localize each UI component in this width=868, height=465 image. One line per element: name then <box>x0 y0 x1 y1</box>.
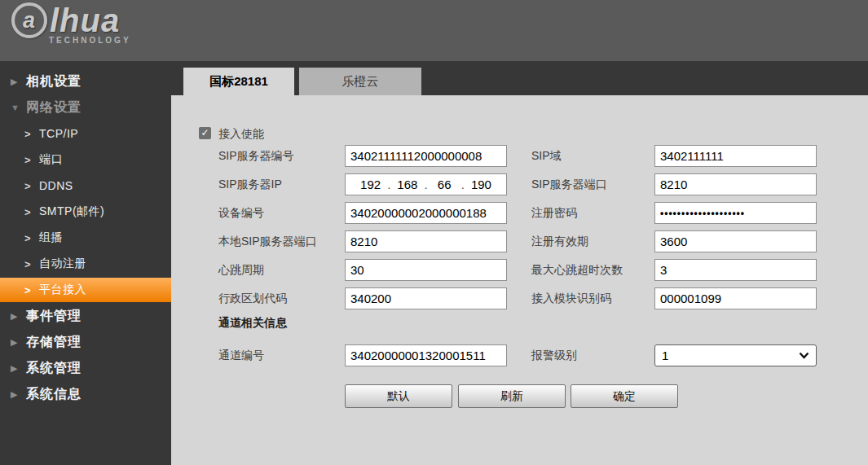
admin-region-code-input[interactable] <box>345 287 507 309</box>
confirm-button[interactable]: 确定 <box>571 384 678 408</box>
heartbeat-period-label: 心跳周期 <box>218 259 264 281</box>
sip-server-port-input[interactable] <box>654 173 817 195</box>
sidebar-item-tcpip[interactable]: > TCP/IP <box>0 121 171 147</box>
sidebar-item-network-settings[interactable]: ▼ 网络设置 <box>0 94 171 121</box>
access-module-id-input[interactable] <box>654 287 817 309</box>
chevron-right-icon: > <box>24 232 39 244</box>
page: alhua TECHNOLOGY ▶ 相机设置 ▼ 网络设置 > TCP/IP … <box>0 0 868 465</box>
triangle-right-icon: ▶ <box>11 77 26 87</box>
ip-octet-4: 190 <box>465 178 498 191</box>
sip-server-id-input[interactable] <box>345 145 507 167</box>
sip-server-ip-input[interactable]: 192 . 168 . 66 . 190 <box>345 173 507 195</box>
logo-subtitle: TECHNOLOGY <box>49 36 131 45</box>
device-id-label: 设备编号 <box>218 202 264 224</box>
sip-server-port-label: SIP服务器端口 <box>531 173 607 195</box>
register-password-label: 注册密码 <box>531 202 577 224</box>
sidebar-item-storage-management[interactable]: ▶ 存储管理 <box>0 329 171 355</box>
chevron-right-icon: > <box>24 284 39 296</box>
register-valid-period-label: 注册有效期 <box>531 230 588 252</box>
admin-region-code-label: 行政区划代码 <box>218 287 287 309</box>
sip-domain-input[interactable] <box>654 145 817 167</box>
sip-server-id-label: SIP服务器编号 <box>218 145 294 167</box>
chevron-right-icon: > <box>24 258 39 270</box>
triangle-down-icon: ▼ <box>11 103 26 112</box>
main-content: ✓ 接入使能 SIP服务器编号 SIP域 SIP服务器IP 192 . 168 … <box>171 95 868 465</box>
sidebar-item-ddns[interactable]: > DDNS <box>0 173 171 199</box>
sidebar-item-port[interactable]: > 端口 <box>0 147 171 173</box>
sip-server-ip-label: SIP服务器IP <box>218 173 282 195</box>
sidebar-item-system-info[interactable]: ▶ 系统信息 <box>0 381 171 407</box>
tab-gb28181[interactable]: 国标28181 <box>183 68 294 95</box>
default-button[interactable]: 默认 <box>345 384 452 408</box>
tab-bar: 国标28181 乐橙云 <box>171 61 868 95</box>
sidebar-nav: ▶ 相机设置 ▼ 网络设置 > TCP/IP > 端口 > DDNS > SMT… <box>0 61 171 465</box>
logo-brand-text: lhua <box>50 2 120 38</box>
sidebar-item-system-management[interactable]: ▶ 系统管理 <box>0 355 171 381</box>
max-heartbeat-timeouts-label: 最大心跳超时次数 <box>531 259 623 281</box>
logo-a-ring-icon: a <box>11 2 47 38</box>
triangle-right-icon: ▶ <box>11 311 26 322</box>
register-password-input[interactable] <box>654 202 817 224</box>
triangle-right-icon: ▶ <box>11 389 26 400</box>
alarm-level-selected-value: 1 <box>662 349 799 362</box>
sidebar-item-multicast[interactable]: > 组播 <box>0 225 171 251</box>
sip-domain-label: SIP域 <box>531 145 562 167</box>
channel-section-title: 通道相关信息 <box>218 316 287 331</box>
local-sip-port-label: 本地SIP服务器端口 <box>218 230 317 252</box>
channel-id-input[interactable] <box>345 344 507 366</box>
refresh-button[interactable]: 刷新 <box>458 384 566 408</box>
ip-octet-2: 168 <box>390 178 424 191</box>
sidebar-item-camera-settings[interactable]: ▶ 相机设置 <box>0 68 171 94</box>
access-module-id-label: 接入模块识别码 <box>531 287 611 309</box>
alarm-level-label: 报警级别 <box>531 344 577 366</box>
access-enable-checkbox[interactable]: ✓ <box>199 127 211 139</box>
chevron-right-icon: > <box>24 128 39 140</box>
access-enable-label: 接入使能 <box>218 124 264 143</box>
chevron-down-icon <box>799 352 809 359</box>
register-valid-period-input[interactable] <box>654 230 817 252</box>
triangle-right-icon: ▶ <box>11 337 26 348</box>
chevron-right-icon: > <box>24 154 39 166</box>
channel-id-label: 通道编号 <box>218 344 264 366</box>
triangle-right-icon: ▶ <box>11 363 26 374</box>
max-heartbeat-timeouts-input[interactable] <box>654 259 817 281</box>
dahua-logo: alhua TECHNOLOGY <box>11 2 131 45</box>
sidebar-item-event-management[interactable]: ▶ 事件管理 <box>0 303 171 329</box>
header-bar: alhua TECHNOLOGY <box>0 0 868 61</box>
ip-octet-3: 66 <box>428 178 461 191</box>
local-sip-port-input[interactable] <box>345 230 507 252</box>
sidebar-item-smtp[interactable]: > SMTP(邮件) <box>0 199 171 225</box>
alarm-level-select[interactable]: 1 <box>654 344 817 366</box>
heartbeat-period-input[interactable] <box>345 259 507 281</box>
device-id-input[interactable] <box>345 202 507 224</box>
sidebar-item-auto-register[interactable]: > 自动注册 <box>0 251 171 277</box>
tab-lechange-cloud[interactable]: 乐橙云 <box>299 68 421 95</box>
chevron-right-icon: > <box>24 180 39 192</box>
ip-octet-1: 192 <box>354 178 387 191</box>
chevron-right-icon: > <box>24 206 39 218</box>
sidebar-item-platform-access[interactable]: > 平台接入 <box>0 278 171 302</box>
